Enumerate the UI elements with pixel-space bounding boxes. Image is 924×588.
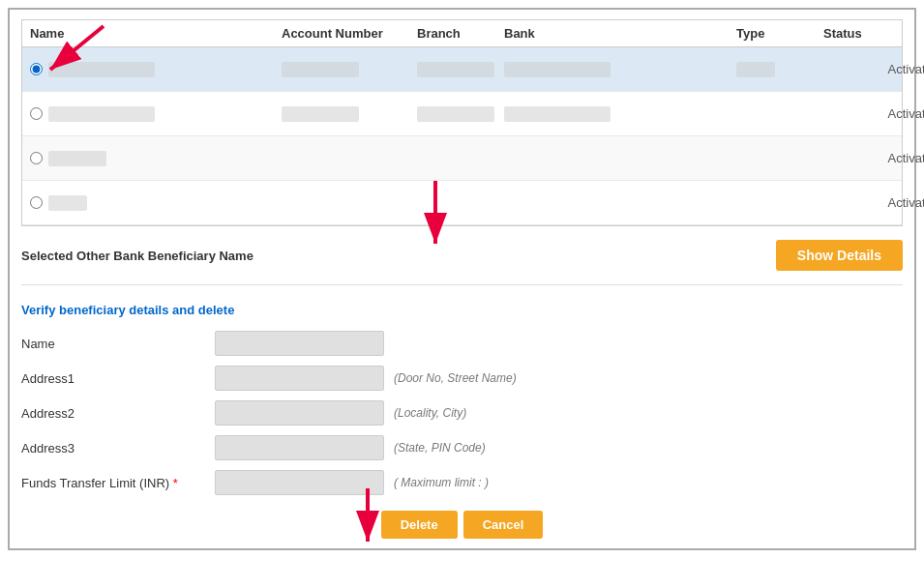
cancel-button[interactable]: Cancel [463, 511, 544, 539]
verify-title: Verify beneficiary details and delete [21, 303, 903, 317]
row1-name-blur [48, 62, 155, 77]
address2-hint: (Locality, City) [394, 406, 466, 420]
row2-name-cell [30, 106, 282, 122]
col-type: Type [736, 26, 823, 41]
row2-name-blur [48, 106, 155, 122]
table-row: Activated [22, 136, 902, 181]
table-row: Activated [22, 181, 902, 225]
row3-name-blur [48, 151, 106, 166]
address2-input[interactable] [215, 400, 384, 426]
divider [21, 284, 903, 285]
address1-label: Address1 [21, 371, 215, 386]
address3-label: Address3 [21, 441, 215, 456]
address2-label: Address2 [21, 406, 215, 421]
name-label: Name [21, 337, 215, 351]
row1-radio[interactable] [30, 63, 43, 75]
row1-branch [417, 62, 504, 77]
col-status: Status [823, 26, 924, 41]
funds-input[interactable] [215, 470, 384, 495]
row2-branch [417, 106, 504, 122]
selected-beneficiary-label: Selected Other Bank Beneficiary Name [21, 249, 253, 263]
address1-input[interactable] [215, 366, 384, 391]
row3-status: Activated [823, 151, 924, 165]
row2-account [282, 106, 417, 122]
name-row: Name [21, 331, 903, 356]
table-row: Activated [22, 92, 902, 136]
row1-account [282, 62, 417, 77]
show-details-button[interactable]: Show Details [776, 240, 903, 271]
address3-hint: (State, PIN Code) [394, 441, 486, 455]
name-input[interactable] [215, 331, 384, 356]
row4-radio[interactable] [30, 196, 43, 209]
address3-input[interactable] [215, 435, 384, 460]
col-branch: Branch [417, 26, 504, 41]
address3-row: Address3 (State, PIN Code) [21, 435, 903, 460]
row3-name-cell [30, 151, 282, 166]
address1-row: Address1 (Door No, Street Name) [21, 366, 903, 391]
funds-row: Funds Transfer Limit (INR) ( Maximum lim… [21, 470, 903, 495]
action-buttons: Delete Cancel [21, 511, 903, 539]
row4-name-cell [30, 195, 282, 211]
row2-status: Activated [823, 106, 924, 121]
verify-section: Verify beneficiary details and delete Na… [21, 303, 903, 539]
col-account: Account Number [282, 26, 417, 41]
row1-type [736, 62, 823, 77]
funds-label: Funds Transfer Limit (INR) [21, 476, 215, 490]
table-row: Activated [22, 47, 902, 92]
beneficiary-table: Name Account Number Branch Bank Type Sta… [21, 19, 903, 226]
address2-row: Address2 (Locality, City) [21, 400, 903, 426]
row1-name-cell [30, 62, 282, 77]
row2-bank [504, 106, 736, 122]
address1-hint: (Door No, Street Name) [394, 371, 517, 385]
row4-name-blur [48, 195, 87, 211]
row4-status: Activated [823, 195, 924, 210]
row3-radio[interactable] [30, 152, 43, 164]
col-name: Name [30, 26, 282, 41]
delete-button[interactable]: Delete [381, 511, 458, 539]
row1-status: Activated [823, 62, 924, 76]
funds-hint: ( Maximum limit : ) [394, 476, 489, 489]
row2-radio[interactable] [30, 107, 43, 120]
selected-beneficiary-section: Selected Other Bank Beneficiary Name Sho… [21, 240, 903, 271]
main-container: Name Account Number Branch Bank Type Sta… [8, 8, 916, 550]
col-bank: Bank [504, 26, 736, 41]
table-header: Name Account Number Branch Bank Type Sta… [22, 20, 902, 47]
row1-bank [504, 62, 736, 77]
